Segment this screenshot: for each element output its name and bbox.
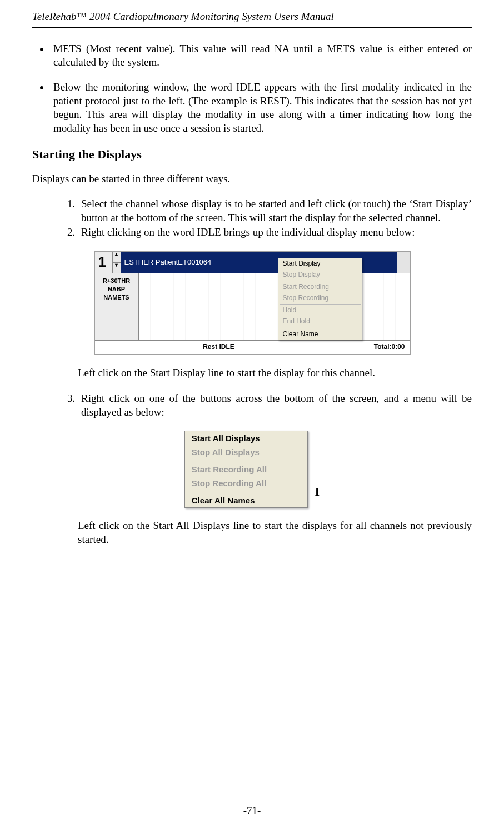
menu-stop-recording-all: Stop Recording All: [185, 476, 307, 491]
menu-end-hold: End Hold: [278, 316, 362, 327]
menu-separator: [280, 328, 361, 328]
menu-separator: [187, 461, 306, 461]
channel-up-icon[interactable]: ▲: [113, 252, 121, 262]
modality-total-time: Total:0:00: [338, 343, 405, 352]
channel-selector[interactable]: 1 ▲ ▼: [95, 252, 121, 273]
header-rule: [32, 27, 472, 28]
menu-separator: [280, 281, 361, 281]
section-heading: Starting the Displays: [32, 147, 472, 163]
shade-button[interactable]: [397, 252, 410, 273]
caption-after-fig1: Left click on the Start Display line to …: [78, 366, 472, 380]
figure-channel-menu: 1 ▲ ▼ ESTHER PatientET001064 R+30THR NAB…: [94, 251, 411, 355]
caption-after-fig2: Left click on the Start All Displays lin…: [78, 519, 472, 546]
menu-stop-display: Stop Display: [278, 270, 362, 281]
menu-stop-recording: Stop Recording: [278, 293, 362, 304]
modality-status-text: Rest IDLE: [99, 343, 338, 352]
text-cursor-icon: I: [311, 431, 320, 500]
header-prefix: TeleRehab: [32, 11, 77, 22]
channel-readouts: R+30THR NABP NAMETS: [95, 273, 139, 340]
readout-bp: NABP: [95, 285, 138, 293]
waveform-area[interactable]: Start Display Stop Display Start Recordi…: [139, 273, 410, 340]
readout-thr: R+30THR: [95, 277, 138, 285]
menu-start-recording-all: Start Recording All: [185, 462, 307, 477]
header-tm: ™: [77, 11, 87, 22]
document-header: TeleRehab™ 2004 Cardiopulmonary Monitori…: [32, 10, 472, 24]
readout-mets: NAMETS: [95, 293, 138, 302]
menu-separator: [280, 304, 361, 305]
channel-number: 1: [95, 252, 112, 273]
list-item: Select the channel whose display is to b…: [78, 197, 472, 225]
context-menu-display: Start Display Stop Display Start Recordi…: [278, 258, 362, 340]
list-item: Right clicking on the word IDLE brings u…: [78, 226, 472, 240]
patient-title-text: ESTHER PatientET001064: [124, 258, 212, 267]
bullet-item: METS (Most recent value). This value wil…: [50, 42, 472, 69]
menu-separator: [187, 492, 306, 492]
list-item: Right click on one of the buttons across…: [78, 392, 472, 419]
menu-start-display[interactable]: Start Display: [278, 258, 362, 270]
menu-stop-all-displays: Stop All Displays: [185, 445, 307, 460]
menu-clear-all-names[interactable]: Clear All Names: [185, 493, 307, 508]
bullet-list: METS (Most recent value). This value wil…: [32, 42, 472, 136]
menu-start-all-displays[interactable]: Start All Displays: [185, 431, 307, 446]
figure-all-menu: Start All Displays Stop All Displays Sta…: [184, 431, 308, 508]
channel-down-icon[interactable]: ▼: [113, 263, 121, 273]
menu-start-recording: Start Recording: [278, 282, 362, 293]
modality-status-bar[interactable]: Rest IDLE Total:0:00: [95, 340, 410, 354]
header-suffix: 2004 Cardiopulmonary Monitoring System U…: [87, 11, 334, 22]
bullet-item: Below the monitoring window, the word ID…: [50, 81, 472, 136]
numbered-list-cont: Right click on one of the buttons across…: [32, 392, 472, 419]
page-number: -71-: [0, 804, 504, 818]
menu-clear-name[interactable]: Clear Name: [278, 329, 362, 340]
numbered-list: Select the channel whose display is to b…: [32, 197, 472, 240]
menu-hold: Hold: [278, 305, 362, 316]
intro-paragraph: Displays can be started in three differe…: [32, 172, 472, 186]
